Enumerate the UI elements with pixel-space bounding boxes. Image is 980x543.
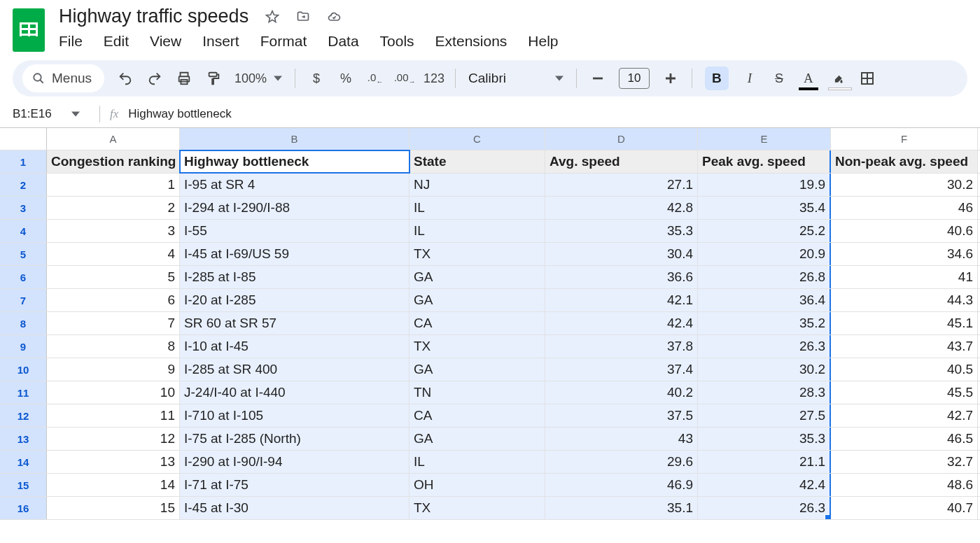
row-header[interactable]: 3 bbox=[0, 197, 47, 219]
cell[interactable]: 21.1 bbox=[698, 451, 831, 473]
cell[interactable]: 27.1 bbox=[545, 174, 698, 196]
cell[interactable]: GA bbox=[410, 358, 545, 381]
cell[interactable]: 42.4 bbox=[698, 474, 831, 496]
cell[interactable]: I-45 at I-30 bbox=[180, 497, 410, 519]
cell[interactable]: Peak avg. speed bbox=[698, 150, 831, 173]
cell[interactable]: 46.9 bbox=[545, 474, 698, 496]
move-folder-icon[interactable] bbox=[296, 10, 310, 24]
document-title[interactable]: Highway traffic speeds bbox=[59, 6, 248, 27]
cell[interactable]: 37.4 bbox=[545, 358, 698, 381]
menu-format[interactable]: Format bbox=[260, 33, 307, 50]
redo-button[interactable] bbox=[146, 70, 163, 87]
col-header-B[interactable]: B bbox=[180, 128, 410, 150]
paint-format-button[interactable] bbox=[205, 70, 222, 87]
cell[interactable]: CA bbox=[410, 312, 545, 334]
cell[interactable]: I-95 at SR 4 bbox=[180, 174, 410, 196]
cell[interactable]: I-294 at I-290/I-88 bbox=[180, 197, 410, 219]
cell[interactable]: 41 bbox=[831, 266, 978, 288]
cell[interactable]: 35.3 bbox=[698, 428, 831, 450]
menu-edit[interactable]: Edit bbox=[104, 33, 129, 50]
cell[interactable]: SR 60 at SR 57 bbox=[180, 312, 410, 334]
cell[interactable]: 35.1 bbox=[545, 497, 698, 519]
cell[interactable]: 36.4 bbox=[698, 289, 831, 311]
strikethrough-button[interactable]: S bbox=[771, 70, 788, 87]
col-header-D[interactable]: D bbox=[545, 128, 698, 150]
cell[interactable]: 30.2 bbox=[831, 174, 978, 196]
cell[interactable]: 43 bbox=[545, 428, 698, 450]
cell[interactable]: I-290 at I-90/I-94 bbox=[180, 451, 410, 473]
cell[interactable]: 42.7 bbox=[831, 404, 978, 427]
cell[interactable]: NJ bbox=[410, 174, 545, 196]
cell[interactable]: 40.7 bbox=[831, 497, 978, 519]
row-header[interactable]: 7 bbox=[0, 289, 47, 311]
col-header-E[interactable]: E bbox=[698, 128, 831, 150]
cell[interactable]: 35.4 bbox=[698, 197, 831, 219]
row-header[interactable]: 9 bbox=[0, 335, 47, 358]
cell[interactable]: 5 bbox=[47, 266, 180, 288]
cell[interactable]: I-10 at I-45 bbox=[180, 335, 410, 358]
cell[interactable]: 42.4 bbox=[545, 312, 698, 334]
cell[interactable]: TN bbox=[410, 381, 545, 404]
percent-button[interactable]: % bbox=[337, 70, 354, 87]
cell[interactable]: State bbox=[410, 150, 545, 173]
row-header[interactable]: 5 bbox=[0, 243, 47, 265]
cloud-status-icon[interactable] bbox=[327, 10, 341, 24]
cell[interactable]: I-45 at I-69/US 59 bbox=[180, 243, 410, 265]
cell[interactable]: 45.1 bbox=[831, 312, 978, 334]
cell[interactable]: 43.7 bbox=[831, 335, 978, 358]
font-size-input[interactable]: 10 bbox=[619, 68, 650, 89]
cell[interactable]: 25.2 bbox=[698, 220, 831, 242]
cell[interactable]: 30.2 bbox=[698, 358, 831, 381]
cell[interactable]: 48.6 bbox=[831, 474, 978, 496]
cell[interactable]: 30.4 bbox=[545, 243, 698, 265]
sheets-logo-icon[interactable] bbox=[13, 8, 45, 52]
cell[interactable]: 7 bbox=[47, 312, 180, 334]
col-header-F[interactable]: F bbox=[831, 128, 978, 150]
cell[interactable]: TX bbox=[410, 243, 545, 265]
cell[interactable]: I-55 bbox=[180, 220, 410, 242]
cell[interactable]: Congestion ranking bbox=[47, 150, 180, 173]
cell[interactable]: 4 bbox=[47, 243, 180, 265]
cell[interactable]: Non-peak avg. speed bbox=[831, 150, 978, 173]
cell[interactable]: 37.8 bbox=[545, 335, 698, 358]
cell[interactable]: 20.9 bbox=[698, 243, 831, 265]
cell[interactable]: 12 bbox=[47, 428, 180, 450]
cell[interactable]: Avg. speed bbox=[545, 150, 698, 173]
cell[interactable]: 40.6 bbox=[831, 220, 978, 242]
row-header[interactable]: 11 bbox=[0, 381, 47, 404]
cell[interactable]: 35.3 bbox=[545, 220, 698, 242]
cell[interactable]: 19.9 bbox=[698, 174, 831, 196]
cell[interactable]: I-285 at I-85 bbox=[180, 266, 410, 288]
cell[interactable]: OH bbox=[410, 474, 545, 496]
cell[interactable]: 46 bbox=[831, 197, 978, 219]
cell[interactable]: TX bbox=[410, 335, 545, 358]
cell[interactable]: 26.8 bbox=[698, 266, 831, 288]
cell[interactable]: 42.1 bbox=[545, 289, 698, 311]
cell[interactable]: 44.3 bbox=[831, 289, 978, 311]
cell[interactable]: GA bbox=[410, 289, 545, 311]
cell[interactable]: 9 bbox=[47, 358, 180, 381]
cell[interactable]: I-71 at I-75 bbox=[180, 474, 410, 496]
cell[interactable]: 40.2 bbox=[545, 381, 698, 404]
cell[interactable]: 10 bbox=[47, 381, 180, 404]
menu-view[interactable]: View bbox=[150, 33, 181, 50]
menu-help[interactable]: Help bbox=[528, 33, 558, 50]
italic-button[interactable]: I bbox=[741, 70, 758, 87]
increase-decimal-button[interactable]: .00→ bbox=[396, 70, 413, 87]
cell[interactable]: 29.6 bbox=[545, 451, 698, 473]
cell[interactable]: 14 bbox=[47, 474, 180, 496]
cell[interactable]: 15 bbox=[47, 497, 180, 519]
cell[interactable]: I-20 at I-285 bbox=[180, 289, 410, 311]
cell[interactable]: 42.8 bbox=[545, 197, 698, 219]
menu-extensions[interactable]: Extensions bbox=[435, 33, 507, 50]
menu-data[interactable]: Data bbox=[328, 33, 358, 50]
number-format-button[interactable]: 123 bbox=[426, 70, 442, 87]
cell[interactable]: 40.5 bbox=[831, 358, 978, 381]
row-header[interactable]: 13 bbox=[0, 428, 47, 450]
cell[interactable]: 11 bbox=[47, 404, 180, 427]
cell[interactable]: I-710 at I-105 bbox=[180, 404, 410, 427]
row-header[interactable]: 14 bbox=[0, 451, 47, 473]
cell[interactable]: GA bbox=[410, 266, 545, 288]
borders-button[interactable] bbox=[859, 70, 876, 87]
cell[interactable]: 46.5 bbox=[831, 428, 978, 450]
